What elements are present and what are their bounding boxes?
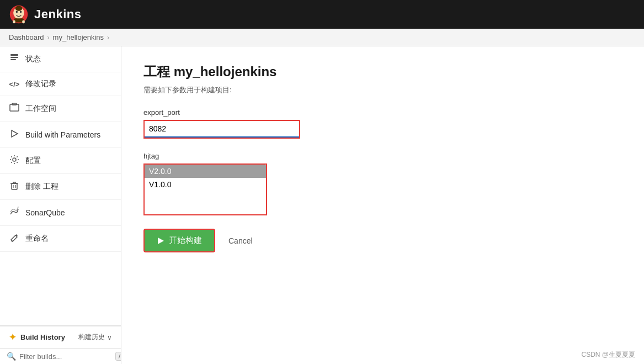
sidebar-item-workspace[interactable]: 工作空间 [0,96,121,122]
play-build-icon [157,237,164,245]
svg-rect-15 [12,183,17,189]
app-title: Jenkins [34,7,81,22]
breadcrumb-sep-2: › [107,34,109,41]
sidebar-item-status[interactable]: 状态 [0,46,121,72]
sidebar-item-build-label: Build with Parameters [25,130,100,139]
search-icon: 🔍 [7,352,16,361]
hjtag-select-wrapper: V2.0.0 V1.0.0 [143,163,267,215]
form-subtitle: 需要如下参数用于构建项目: [143,85,622,95]
export-port-label: export_port [143,108,622,117]
trash-icon [9,181,20,193]
svg-point-2 [16,11,18,13]
gear-icon [9,155,20,167]
sidebar-item-build-with-parameters[interactable]: Build with Parameters [0,122,121,148]
status-icon [9,53,20,65]
workspace-icon [9,103,20,115]
header: Jenkins [0,0,644,29]
svg-rect-11 [10,104,19,111]
sidebar: 状态 </> 修改记录 工作空间 Build with Parameters 配… [0,46,121,364]
option-v100[interactable]: V1.0.0 [145,178,266,191]
svg-point-14 [13,158,16,161]
hjtag-select[interactable]: V2.0.0 V1.0.0 [145,165,266,214]
build-history-label: Build History [20,333,65,341]
sidebar-item-changelog[interactable]: </> 修改记录 [0,72,121,96]
action-buttons: 开始构建 Cancel [143,229,622,252]
build-button-label: 开始构建 [169,235,202,246]
play-icon [9,129,20,141]
build-history-cn-label: 构建历史 [78,333,105,342]
cancel-button[interactable]: Cancel [222,232,259,250]
breadcrumb-sep-1: › [47,34,50,41]
hjtag-field: hjtag V2.0.0 V1.0.0 [143,152,622,215]
build-history-header[interactable]: ✦ Build History 构建历史 ∨ [0,326,121,348]
sidebar-item-delete-label: 删除 工程 [25,182,58,192]
start-build-button[interactable]: 开始构建 [143,229,215,252]
svg-rect-7 [22,20,25,23]
svg-point-3 [20,11,22,13]
page-title: 工程 my_hellojenkins [143,63,622,81]
changelog-icon: </> [9,80,20,88]
watermark: CSDN @生夏夏夏 [581,350,635,360]
filter-builds-container: 🔍 / [0,348,121,364]
sonarqube-icon [9,207,20,219]
sidebar-item-sonarqube-label: SonarQube [25,208,65,217]
jenkins-logo [9,4,29,24]
main-layout: 状态 </> 修改记录 工作空间 Build with Parameters 配… [0,46,644,364]
option-v200[interactable]: V2.0.0 [145,165,266,178]
sidebar-item-delete[interactable]: 删除 工程 [0,174,121,200]
svg-rect-9 [10,57,18,58]
svg-rect-10 [10,59,16,60]
build-history-section: ✦ Build History 构建历史 ∨ 🔍 / [0,325,121,364]
main-content: 工程 my_hellojenkins 需要如下参数用于构建项目: export_… [121,46,644,364]
export-port-field: export_port [143,108,622,139]
svg-rect-6 [13,20,15,23]
build-history-right: 构建历史 ∨ [78,333,112,342]
build-history-sun-icon: ✦ [9,332,16,342]
sidebar-item-configure-label: 配置 [25,156,41,166]
filter-builds-input[interactable] [19,352,112,361]
sidebar-item-configure[interactable]: 配置 [0,148,121,174]
export-port-input[interactable] [145,121,299,138]
sidebar-item-rename-label: 重命名 [25,234,49,244]
pencil-icon [9,233,20,245]
breadcrumb-project[interactable]: my_hellojenkins [53,33,104,41]
slash-shortcut: / [115,352,121,361]
svg-point-4 [15,6,23,11]
sidebar-item-changelog-label: 修改记录 [25,79,56,89]
breadcrumb-dashboard[interactable]: Dashboard [9,33,44,41]
chevron-down-icon: ∨ [107,334,112,341]
export-port-input-wrapper [143,120,300,139]
sidebar-item-workspace-label: 工作空间 [25,104,56,114]
svg-marker-13 [12,130,18,137]
svg-marker-19 [158,238,164,244]
hjtag-label: hjtag [143,152,622,160]
svg-line-18 [11,241,13,241]
sidebar-item-rename[interactable]: 重命名 [0,226,121,252]
sidebar-item-status-label: 状态 [25,54,41,64]
svg-rect-8 [10,54,18,56]
breadcrumb: Dashboard › my_hellojenkins › [0,29,644,46]
sidebar-item-sonarqube[interactable]: SonarQube [0,200,121,226]
